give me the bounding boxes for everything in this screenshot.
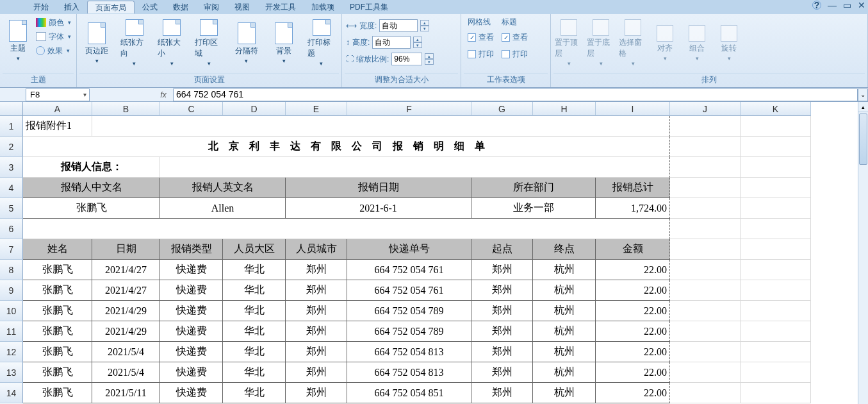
theme-fonts[interactable]: 字体 <box>36 29 71 44</box>
tab-插入[interactable]: 插入 <box>56 1 87 13</box>
cell[interactable] <box>670 280 741 301</box>
cell[interactable] <box>23 219 670 239</box>
cell[interactable] <box>670 198 741 219</box>
cell[interactable]: 杭州 <box>533 321 596 342</box>
cell[interactable]: 张鹏飞 <box>23 362 92 383</box>
cell[interactable]: 22.00 <box>596 362 670 383</box>
col-header-D[interactable]: D <box>223 102 286 116</box>
cell[interactable] <box>670 239 741 260</box>
cell[interactable]: 杭州 <box>533 260 596 280</box>
cell[interactable]: 快递费 <box>160 301 223 321</box>
cell[interactable]: 报销附件1 <box>23 116 92 137</box>
cell[interactable] <box>670 383 741 403</box>
cell[interactable] <box>670 321 741 342</box>
cell[interactable] <box>741 280 811 301</box>
cell[interactable] <box>670 362 741 383</box>
cell[interactable]: 郑州 <box>286 342 347 362</box>
col-header-I[interactable]: I <box>596 102 670 116</box>
cell[interactable] <box>741 157 811 178</box>
themes-button[interactable]: 主题▾ <box>3 15 33 65</box>
cell[interactable]: 华北 <box>223 260 286 280</box>
cell[interactable]: 22.00 <box>596 301 670 321</box>
btn-纸张大小[interactable]: 纸张大小▾ <box>156 18 187 68</box>
cell[interactable]: 快递费 <box>160 280 223 301</box>
cell[interactable]: 郑州 <box>471 280 533 301</box>
cell[interactable]: 报销日期 <box>286 178 471 198</box>
formula-input[interactable]: 664 752 054 761 <box>173 88 858 101</box>
cell[interactable]: 664 752 054 813 <box>347 342 471 362</box>
cell[interactable]: 杭州 <box>533 383 596 403</box>
cell[interactable]: 664 752 054 761 <box>347 280 471 301</box>
row-header-13[interactable]: 13 <box>0 362 23 383</box>
cell[interactable]: 快递费 <box>160 321 223 342</box>
cell[interactable]: 22.00 <box>596 383 670 403</box>
close-icon[interactable]: ✕ <box>858 0 865 10</box>
row-header-14[interactable]: 14 <box>0 383 23 403</box>
cell[interactable]: 杭州 <box>533 280 596 301</box>
cell[interactable]: 姓名 <box>23 239 92 260</box>
cell[interactable] <box>670 178 741 198</box>
cell[interactable]: 报销人中文名 <box>23 178 160 198</box>
cell[interactable]: 华北 <box>223 280 286 301</box>
select-all-corner[interactable] <box>0 102 23 116</box>
cell[interactable]: 快递单号 <box>347 239 471 260</box>
formula-expand[interactable]: ⌄ <box>858 88 868 101</box>
tab-开始[interactable]: 开始 <box>26 1 56 13</box>
btn-组合[interactable]: 组合▾ <box>682 18 712 68</box>
cell[interactable]: 快递费 <box>160 362 223 383</box>
tab-公式[interactable]: 公式 <box>135 1 165 13</box>
help-icon[interactable]: ? <box>812 1 821 10</box>
gridlines-view-checkbox[interactable]: ✓查看 <box>468 30 494 44</box>
cell[interactable]: 郑州 <box>286 321 347 342</box>
tab-数据[interactable]: 数据 <box>165 1 196 13</box>
cell[interactable]: 终点 <box>533 239 596 260</box>
cell[interactable]: 22.00 <box>596 280 670 301</box>
cell[interactable]: 起点 <box>471 239 533 260</box>
cell[interactable] <box>670 260 741 280</box>
row-header-5[interactable]: 5 <box>0 198 23 219</box>
row-header-7[interactable]: 7 <box>0 239 23 260</box>
cell[interactable]: 报销人信息： <box>23 157 160 178</box>
btn-选择窗格[interactable]: 选择窗格▾ <box>618 18 648 68</box>
cell[interactable]: 金额 <box>596 239 670 260</box>
cell[interactable] <box>670 301 741 321</box>
cell[interactable]: 张鹏飞 <box>23 198 160 219</box>
cell[interactable]: 2021/4/29 <box>92 321 160 342</box>
col-header-A[interactable]: A <box>23 102 92 116</box>
cell[interactable]: 664 752 054 761 <box>347 260 471 280</box>
col-header-B[interactable]: B <box>92 102 160 116</box>
cell[interactable]: 华北 <box>223 301 286 321</box>
cell[interactable] <box>670 157 741 178</box>
cell[interactable]: 业务一部 <box>471 198 596 219</box>
btn-置于顶层[interactable]: 置于顶层▾ <box>553 18 584 68</box>
cell[interactable]: 人员城市 <box>286 239 347 260</box>
col-header-G[interactable]: G <box>471 102 533 116</box>
scroll-thumb[interactable] <box>859 114 867 165</box>
cell[interactable]: 郑州 <box>286 301 347 321</box>
theme-colors[interactable]: 颜色 <box>36 15 71 29</box>
col-header-H[interactable]: H <box>533 102 596 116</box>
col-header-E[interactable]: E <box>286 102 347 116</box>
col-header-K[interactable]: K <box>741 102 811 116</box>
row-header-3[interactable]: 3 <box>0 157 23 178</box>
cell[interactable]: Allen <box>160 198 286 219</box>
cell[interactable]: 张鹏飞 <box>23 321 92 342</box>
minimize-icon[interactable]: — <box>828 0 837 10</box>
cell[interactable]: 华北 <box>223 383 286 403</box>
vertical-scrollbar[interactable]: ▴ <box>858 102 868 404</box>
cell[interactable] <box>670 342 741 362</box>
cell[interactable]: 张鹏飞 <box>23 301 92 321</box>
cell[interactable]: 664 752 054 789 <box>347 301 471 321</box>
row-header-1[interactable]: 1 <box>0 116 23 137</box>
cell[interactable] <box>670 116 741 137</box>
cell[interactable] <box>670 219 741 239</box>
cell[interactable]: 杭州 <box>533 301 596 321</box>
btn-置于底层[interactable]: 置于底层▾ <box>585 18 616 68</box>
cell[interactable]: 2021/4/27 <box>92 280 160 301</box>
cell[interactable]: 郑州 <box>286 383 347 403</box>
cell[interactable]: 杭州 <box>533 362 596 383</box>
cell[interactable]: 快递费 <box>160 260 223 280</box>
scale-input[interactable] <box>391 53 422 65</box>
row-header-10[interactable]: 10 <box>0 301 23 321</box>
row-header-12[interactable]: 12 <box>0 342 23 362</box>
